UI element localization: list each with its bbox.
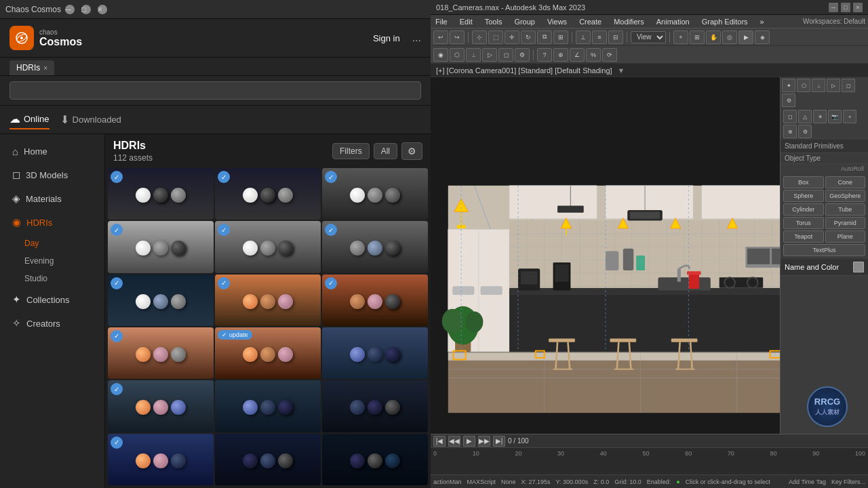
pan-btn[interactable]: ✋: [706, 30, 721, 44]
hdri-card-16[interactable]: ✓: [108, 434, 214, 485]
all-filter-btn[interactable]: All: [374, 143, 397, 159]
rotate-btn[interactable]: ↻: [521, 30, 536, 44]
render-btn[interactable]: ▶: [738, 30, 753, 44]
modify-mode-btn[interactable]: ⬡: [450, 48, 465, 62]
material-editor-btn[interactable]: ◈: [755, 30, 770, 44]
geosphere-btn[interactable]: GeoSphere: [825, 190, 866, 202]
hierarchy-btn[interactable]: ⟂: [466, 48, 481, 62]
rp-helper-icon[interactable]: +: [843, 110, 856, 123]
prev-btn[interactable]: ◀◀: [448, 436, 460, 447]
redo-btn[interactable]: ↪: [450, 30, 465, 44]
rp-tab-display[interactable]: ◻: [842, 79, 855, 92]
view-dropdown[interactable]: View: [631, 31, 666, 43]
hdri-card-9[interactable]: ✓: [322, 274, 428, 326]
percent-snap-btn[interactable]: %: [586, 48, 601, 62]
snap-btn[interactable]: ⊞: [553, 30, 568, 44]
menu-views[interactable]: Views: [545, 18, 569, 26]
rp-shape-icon[interactable]: △: [798, 110, 812, 123]
hdri-card-13[interactable]: ✓: [108, 380, 214, 432]
spinner-snap-btn[interactable]: ⟳: [602, 48, 617, 62]
hdris-tab[interactable]: HDRIs ×: [9, 60, 54, 75]
pyramid-btn[interactable]: Pyramid: [825, 217, 866, 229]
menu-modifiers[interactable]: Modifiers: [612, 18, 646, 26]
max-viewport[interactable]: ✦ ⬡ ⟂ ▷ ◻ ⚙ ◻ △ ☀ 📷 + ⊕ ⚙: [431, 77, 868, 434]
rp-cam-icon[interactable]: 📷: [828, 110, 842, 123]
angle-snap-btn[interactable]: ∠: [570, 48, 585, 62]
menu-edit[interactable]: Edit: [458, 18, 475, 26]
sidebar-item-creators[interactable]: ✧ Creators: [3, 312, 102, 335]
rp-tab-create[interactable]: ✦: [782, 79, 795, 92]
cylinder-btn[interactable]: Cylinder: [783, 203, 824, 216]
box-btn[interactable]: Box: [783, 176, 824, 188]
grid-options-btn[interactable]: ⚙: [401, 142, 422, 160]
timeline-ruler[interactable]: 010203040 5060708090100: [431, 448, 868, 459]
teapot-btn[interactable]: Teapot: [783, 230, 824, 243]
menu-graph-editors[interactable]: Graph Editors: [700, 18, 750, 26]
menu-animation[interactable]: Animation: [654, 18, 692, 26]
align-btn[interactable]: ≡: [592, 30, 607, 44]
max-close-btn[interactable]: ×: [853, 3, 863, 12]
hdri-card-7[interactable]: ✓: [108, 274, 214, 326]
help-btn[interactable]: ?: [537, 48, 552, 62]
menu-file[interactable]: File: [433, 18, 450, 26]
max-maximize-btn[interactable]: □: [841, 3, 850, 12]
sidebar-item-materials[interactable]: ◈ Materials: [3, 187, 102, 210]
rp-sys-icon[interactable]: ⚙: [798, 125, 812, 138]
search-input[interactable]: [9, 81, 421, 100]
sidebar-item-home[interactable]: ⌂ Home: [3, 140, 102, 163]
rp-geom-icon[interactable]: ◻: [783, 110, 797, 123]
menu-group[interactable]: Group: [512, 18, 537, 26]
create-mode-btn[interactable]: ◉: [433, 48, 448, 62]
rp-tab-motion[interactable]: ▷: [827, 79, 840, 92]
scale-btn[interactable]: ⧉: [537, 30, 552, 44]
mirror-btn[interactable]: ⊥: [576, 30, 591, 44]
prev-frame-btn[interactable]: |◀: [433, 436, 446, 447]
downloaded-mode-btn[interactable]: ⬇ Downloaded: [60, 110, 121, 129]
hdri-card-17[interactable]: [215, 434, 321, 485]
rp-tab-utils[interactable]: ⚙: [782, 94, 795, 107]
zoom-all-btn[interactable]: ⊞: [690, 30, 705, 44]
zoom-btn[interactable]: +: [673, 30, 688, 44]
sidebar-sub-studio[interactable]: Studio: [0, 270, 104, 287]
hdri-card-3[interactable]: ✓: [322, 168, 428, 220]
next-frame-btn[interactable]: ▶|: [493, 436, 505, 447]
hdri-card-6[interactable]: ✓: [322, 221, 428, 272]
hdris-tab-close[interactable]: ×: [43, 64, 47, 72]
hdri-card-11[interactable]: ✓ update: [215, 327, 321, 379]
hdri-card-1[interactable]: ✓: [108, 168, 214, 220]
display-btn[interactable]: ◻: [498, 48, 513, 62]
undo-btn[interactable]: ↩: [433, 30, 448, 44]
hdri-card-14[interactable]: [215, 380, 321, 432]
maximize-btn[interactable]: □: [81, 5, 91, 14]
online-mode-btn[interactable]: ☁ Online: [9, 110, 50, 129]
textplus-btn[interactable]: TextPlus: [783, 244, 865, 256]
menu-more[interactable]: »: [758, 18, 766, 26]
hdri-card-4[interactable]: ✓: [108, 221, 214, 272]
motion-btn[interactable]: ▷: [482, 48, 497, 62]
max-minimize-btn[interactable]: ─: [829, 3, 838, 12]
hdri-card-2[interactable]: ✓: [215, 168, 321, 220]
sidebar-sub-day[interactable]: Day: [0, 235, 104, 252]
more-options-button[interactable]: ...: [412, 32, 421, 44]
utilities-btn[interactable]: ⚙: [515, 48, 530, 62]
add-time-tag[interactable]: Add Time Tag: [789, 479, 826, 485]
hdri-card-18[interactable]: [322, 434, 428, 485]
next-btn[interactable]: ▶▶: [478, 436, 490, 447]
filters-btn[interactable]: Filters: [332, 143, 370, 159]
move-btn[interactable]: ✛: [505, 30, 519, 44]
select-region-btn[interactable]: ⬚: [488, 30, 503, 44]
sphere-btn[interactable]: Sphere: [783, 190, 824, 202]
sidebar-item-hdris[interactable]: ◉ HDRIs: [3, 211, 102, 234]
rp-space-icon[interactable]: ⊕: [783, 125, 797, 138]
plane-btn[interactable]: Plane: [825, 230, 866, 243]
rp-tab-modify[interactable]: ⬡: [797, 79, 810, 92]
select-btn[interactable]: ⊹: [472, 30, 487, 44]
orbit-btn[interactable]: ◎: [722, 30, 737, 44]
tube-btn[interactable]: Tube: [825, 203, 866, 216]
rp-tab-hier[interactable]: ⟂: [812, 79, 825, 92]
snap3d-btn[interactable]: ⊕: [553, 48, 568, 62]
sidebar-sub-evening[interactable]: Evening: [0, 252, 104, 270]
hdri-card-5[interactable]: ✓: [215, 221, 321, 272]
layer-btn[interactable]: ⊟: [608, 30, 623, 44]
hdri-card-15[interactable]: [322, 380, 428, 432]
